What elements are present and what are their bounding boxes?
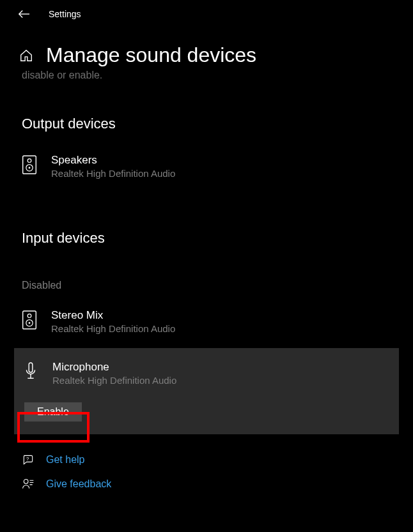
- device-name: Stereo Mix: [51, 309, 175, 322]
- svg-text:?: ?: [26, 456, 29, 462]
- input-devices-heading: Input devices: [0, 230, 413, 247]
- footer-links: ? Get help Give feedback: [0, 434, 413, 490]
- help-label: Get help: [46, 454, 84, 466]
- page-header: Manage sound devices: [0, 28, 413, 67]
- enable-button[interactable]: Enable: [24, 402, 82, 422]
- disabled-subheading: Disabled: [0, 280, 413, 291]
- device-driver: Realtek High Definition Audio: [51, 323, 175, 334]
- feedback-icon: [22, 478, 35, 490]
- device-driver: Realtek High Definition Audio: [52, 375, 176, 386]
- svg-point-4: [29, 167, 31, 169]
- device-stereo-mix[interactable]: Stereo Mix Realtek High Definition Audio: [0, 309, 413, 334]
- svg-point-13: [24, 480, 28, 484]
- give-feedback-link[interactable]: Give feedback: [22, 478, 391, 490]
- title-bar: Settings: [0, 0, 413, 28]
- svg-point-8: [29, 322, 31, 324]
- device-speakers[interactable]: Speakers Realtek High Definition Audio: [0, 154, 413, 179]
- app-name: Settings: [49, 9, 81, 19]
- home-icon[interactable]: [19, 49, 33, 63]
- svg-rect-9: [29, 363, 33, 372]
- speaker-icon: [22, 155, 37, 174]
- page-title: Manage sound devices: [46, 43, 256, 67]
- help-icon: ?: [22, 453, 35, 466]
- output-devices-heading: Output devices: [0, 116, 413, 132]
- device-name: Microphone: [52, 361, 176, 374]
- device-driver: Realtek High Definition Audio: [51, 168, 175, 179]
- svg-point-6: [27, 314, 31, 318]
- svg-point-2: [27, 159, 31, 163]
- speaker-icon: [22, 310, 37, 330]
- device-name: Speakers: [51, 154, 175, 167]
- get-help-link[interactable]: ? Get help: [22, 453, 391, 466]
- back-arrow-icon[interactable]: [18, 10, 29, 19]
- feedback-label: Give feedback: [46, 478, 111, 490]
- microphone-icon: [23, 362, 38, 381]
- description-truncated: disable or enable.: [0, 67, 413, 81]
- device-microphone-selected[interactable]: Microphone Realtek High Definition Audio…: [14, 348, 399, 434]
